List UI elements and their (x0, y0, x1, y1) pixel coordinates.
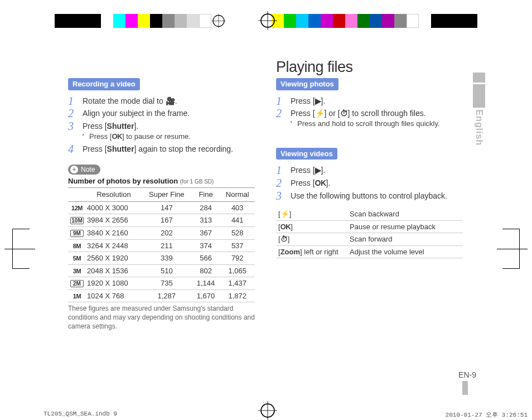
viewing-videos-steps: Press [▶]. Press [OK]. Use the following… (276, 164, 463, 202)
right-column: Viewing photos Press [▶]. Press [⚡] or [… (276, 78, 463, 258)
control-row: [⏱]Scan forward (276, 233, 463, 246)
recording-steps: Rotate the mode dial to 🎥. Align your su… (68, 95, 255, 156)
resolution-size-icon: 9M (70, 230, 84, 237)
table-row: 12M4000 X 3000147284403 (68, 201, 255, 214)
play-icon: ▶ (315, 166, 321, 175)
control-row: [OK]Pause or resume playback (276, 220, 463, 233)
resolution-size-icon: 10M (70, 217, 84, 224)
resolution-size-icon: 5M (71, 255, 83, 262)
page-number-bar (462, 381, 468, 395)
note-badge: + Note (68, 165, 100, 175)
step-2: Align your subject in the frame. (68, 107, 255, 120)
table-row: 8M3264 X 2448211374537 (68, 239, 255, 252)
timer-icon: ⏱ (280, 235, 288, 243)
viewing-photos-steps: Press [▶]. Press [⚡] or [⏱] to scroll th… (276, 95, 463, 130)
step-1: Rotate the mode dial to 🎥. (68, 95, 255, 108)
col-header: Fine (192, 188, 220, 202)
col-header (68, 188, 86, 202)
resolution-size-icon: 8M (71, 243, 83, 249)
resolution-table: ResolutionSuper FineFineNormal 12M4000 X… (68, 187, 255, 302)
crop-mark-left (12, 229, 30, 269)
table-title: Number of photos by resolution (for 1 GB… (68, 176, 255, 186)
resolution-size-icon: 1M (71, 293, 83, 300)
flash-icon: ⚡ (280, 210, 289, 218)
table-row: 3M2048 X 15365108021,065 (68, 264, 255, 277)
plus-icon: + (70, 166, 78, 173)
table-row: 10M3984 X 2656167313441 (68, 214, 255, 227)
col-header: Normal (220, 188, 255, 202)
table-footnote: These figures are measured under Samsung… (68, 305, 255, 331)
play-icon: ▶ (315, 96, 321, 105)
viewing-photos-heading: Viewing photos (276, 78, 338, 90)
table-row: 5M2560 X 1920339566792 (68, 252, 255, 265)
table-row: 1M1024 X 7681,2871,6701,872 (68, 289, 255, 302)
flash-icon: ⚡ (315, 109, 325, 118)
col-header: Resolution (86, 188, 142, 202)
recording-video-heading: Recording a video (68, 78, 140, 90)
viewing-videos-heading: Viewing videos (276, 148, 337, 160)
timer-icon: ⏱ (340, 109, 348, 118)
left-column: Recording a video Rotate the mode dial t… (68, 78, 255, 331)
video-mode-icon: 🎥 (166, 96, 175, 105)
resolution-size-icon: 2M (70, 280, 84, 287)
language-tab: English (473, 73, 485, 146)
playback-controls-table: [⚡]Scan backward[OK]Pause or resume play… (276, 208, 463, 258)
table-row: 9M3840 X 2160202367528 (68, 227, 255, 240)
page-number: EN-9 (458, 370, 476, 379)
col-header: Super Fine (142, 188, 192, 202)
control-row: [⚡]Scan backward (276, 208, 463, 220)
resolution-size-icon: 3M (71, 268, 83, 274)
print-footer: TL205_QSM_SEA.indb 9 2010-01-27 오후 3:26:… (43, 411, 528, 419)
step-3: Press [Shutter]. Press [OK] to pause or … (68, 120, 255, 142)
registration-mark (258, 11, 277, 30)
control-row: [Zoom] left or rightAdjust the volume le… (276, 245, 463, 258)
crop-mark-right (502, 229, 520, 269)
page-title: Playing files (276, 59, 353, 76)
resolution-size-icon: 12M (71, 205, 83, 211)
table-row: 2M1920 X 10807351,1441,437 (68, 277, 255, 290)
step-4: Press [Shutter] again to stop the record… (68, 143, 255, 156)
